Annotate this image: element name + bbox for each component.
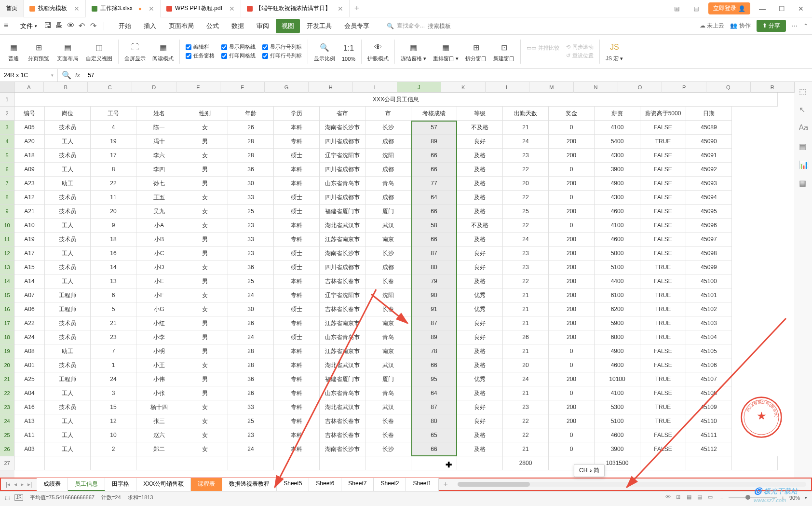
data-cell[interactable]: 技术员 xyxy=(45,191,91,205)
data-cell[interactable]: 良好 xyxy=(457,414,503,428)
data-cell[interactable]: 成都 xyxy=(365,191,411,205)
column-header[interactable]: E xyxy=(176,82,221,93)
row-header[interactable]: 17 xyxy=(0,316,14,330)
data-cell[interactable]: 四川省成都市 xyxy=(320,260,365,274)
data-cell[interactable]: 4600 xyxy=(595,428,640,442)
ribbon-checkbox[interactable]: 打印行号列标 xyxy=(262,52,302,59)
row-header[interactable]: 10 xyxy=(0,219,14,232)
data-cell[interactable]: 工程师 xyxy=(45,302,91,316)
data-cell[interactable]: 男 xyxy=(182,246,228,260)
header-cell[interactable]: 市 xyxy=(365,107,411,121)
header-cell[interactable]: 奖金 xyxy=(549,107,595,121)
data-cell[interactable]: 本科 xyxy=(274,163,320,177)
data-cell[interactable]: 3900 xyxy=(595,442,640,456)
data-cell[interactable]: 本科 xyxy=(274,428,320,442)
row-header[interactable]: 13 xyxy=(0,260,14,274)
data-cell[interactable]: 200 xyxy=(549,302,595,316)
data-cell[interactable]: 58 xyxy=(411,219,457,232)
data-cell[interactable]: 36 xyxy=(228,260,274,274)
data-cell[interactable]: 工程师 xyxy=(45,372,91,386)
data-cell[interactable]: 45090 xyxy=(686,135,732,149)
data-cell[interactable]: 及格 xyxy=(457,163,503,177)
data-cell[interactable]: 4300 xyxy=(595,191,640,205)
data-cell[interactable]: 80 xyxy=(411,414,457,428)
data-cell[interactable]: 0 xyxy=(549,121,595,135)
data-cell[interactable]: 30 xyxy=(228,177,274,191)
data-cell[interactable]: 女 xyxy=(182,400,228,414)
data-cell[interactable]: 女 xyxy=(182,121,228,135)
data-cell[interactable]: 及格 xyxy=(457,274,503,288)
data-cell[interactable]: 湖南省长沙市 xyxy=(320,442,365,456)
data-cell[interactable]: 2 xyxy=(91,442,136,456)
row-header[interactable]: 11 xyxy=(0,232,14,246)
collapse-ribbon-icon[interactable]: ⌃ xyxy=(803,23,808,29)
data-cell[interactable]: A03 xyxy=(14,442,45,456)
data-cell[interactable]: 5 xyxy=(91,302,136,316)
data-cell[interactable]: 200 xyxy=(549,246,595,260)
data-cell[interactable]: 沈阳 xyxy=(365,149,411,163)
data-cell[interactable]: 工人 xyxy=(45,163,91,177)
ribbon-checkbox[interactable]: 编辑栏 xyxy=(186,43,215,51)
data-cell[interactable]: 5900 xyxy=(595,316,640,330)
data-cell[interactable]: 45099 xyxy=(686,260,732,274)
fullscreen-button[interactable]: ⛶全屏显示 xyxy=(122,41,149,62)
data-cell[interactable]: 四川省成都市 xyxy=(320,163,365,177)
data-cell[interactable]: 22 xyxy=(503,428,549,442)
data-cell[interactable]: 吉林省长春市 xyxy=(320,414,365,428)
column-header[interactable]: C xyxy=(88,82,132,93)
data-cell[interactable]: 22 xyxy=(91,177,136,191)
data-cell[interactable]: A11 xyxy=(14,428,45,442)
grid-view-icon[interactable]: ⊞ xyxy=(676,494,684,502)
data-cell[interactable]: 13 xyxy=(91,274,136,288)
data-cell[interactable]: 4600 xyxy=(595,358,640,372)
data-cell[interactable]: 工人 xyxy=(45,414,91,428)
data-cell[interactable]: A09 xyxy=(14,163,45,177)
data-cell[interactable]: 本科 xyxy=(274,344,320,358)
data-cell[interactable]: 良好 xyxy=(457,135,503,149)
data-cell[interactable]: 57 xyxy=(411,121,457,135)
data-cell[interactable]: 孙七 xyxy=(136,177,182,191)
data-cell[interactable]: 南京 xyxy=(365,316,411,330)
data-cell[interactable]: 18 xyxy=(91,232,136,246)
data-cell[interactable]: 良好 xyxy=(457,246,503,260)
data-cell[interactable]: 36 xyxy=(228,163,274,177)
data-cell[interactable]: A17 xyxy=(14,246,45,260)
data-cell[interactable]: 19 xyxy=(91,135,136,149)
data-cell[interactable]: 66 xyxy=(411,205,457,219)
row-header[interactable]: 12 xyxy=(0,246,14,260)
data-cell[interactable]: 女 xyxy=(182,428,228,442)
data-cell[interactable]: 200 xyxy=(549,274,595,288)
data-cell[interactable]: 湖北省武汉市 xyxy=(320,400,365,414)
data-cell[interactable]: 四川省成都市 xyxy=(320,191,365,205)
first-sheet-button[interactable]: |◂ xyxy=(5,481,11,488)
data-cell[interactable]: 200 xyxy=(549,414,595,428)
data-cell[interactable]: 小C xyxy=(136,246,182,260)
data-cell[interactable]: 6 xyxy=(91,288,136,302)
header-cell[interactable]: 考核成绩 xyxy=(411,107,457,121)
data-cell[interactable]: 专科 xyxy=(274,386,320,400)
data-cell[interactable]: 湖北省武汉市 xyxy=(320,219,365,232)
data-cell[interactable]: 4600 xyxy=(595,205,640,219)
data-cell[interactable]: FALSE xyxy=(640,246,686,260)
data-cell[interactable]: 小张 xyxy=(136,386,182,400)
data-cell[interactable] xyxy=(732,456,778,470)
document-tab[interactable]: 【端午狂欢祝福浓情满节日】✕ xyxy=(241,0,350,17)
data-cell[interactable]: TRUE xyxy=(640,302,686,316)
data-cell[interactable]: 工人 xyxy=(45,219,91,232)
share-button[interactable]: ⬆ 分享 xyxy=(757,20,786,32)
data-cell[interactable]: 4900 xyxy=(595,344,640,358)
data-cell[interactable]: A08 xyxy=(14,344,45,358)
data-cell[interactable] xyxy=(365,456,411,470)
data-cell[interactable]: 青岛 xyxy=(365,177,411,191)
data-cell[interactable]: 12 xyxy=(91,414,136,428)
data-cell[interactable] xyxy=(14,456,45,470)
data-cell[interactable]: 冯十 xyxy=(136,135,182,149)
menu-tab[interactable]: 页面布局 xyxy=(163,19,200,33)
data-cell[interactable] xyxy=(457,456,503,470)
reading-view-icon[interactable]: ▭ xyxy=(708,494,716,502)
data-cell[interactable]: 助工 xyxy=(45,344,91,358)
data-cell[interactable]: 22 xyxy=(503,163,549,177)
data-cell[interactable]: 10 xyxy=(91,428,136,442)
data-cell[interactable]: 及格 xyxy=(457,205,503,219)
data-cell[interactable]: 6100 xyxy=(595,288,640,302)
